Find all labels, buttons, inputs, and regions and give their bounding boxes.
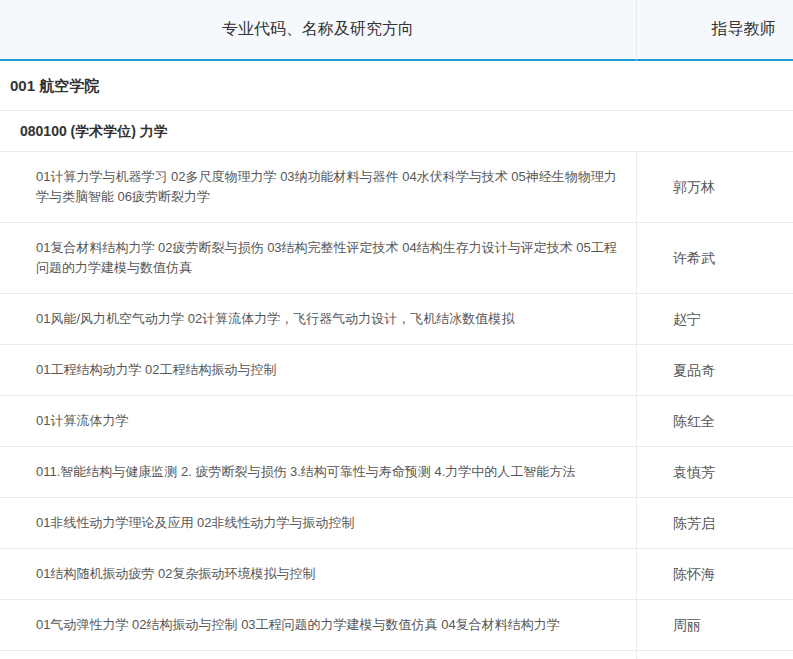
college-heading: 001 航空学院: [0, 61, 793, 111]
table-row: 01计算流体力学 陈红全: [0, 396, 793, 447]
table-row: 01结构随机振动疲劳 02复杂振动环境模拟与控制 陈怀海: [0, 549, 793, 600]
table-row: 01复合材料结构力学 02疲劳断裂与损伤 03结构完整性评定技术 04结构生存力…: [0, 223, 793, 294]
research-directions-cell: 01工程结构动力学 02工程结构振动与控制: [0, 345, 637, 396]
table-row-partial: [0, 651, 793, 659]
research-directions-cell: 01计算力学与机器学习 02多尺度物理力学 03纳功能材料与器件 04水伏科学与…: [0, 152, 637, 223]
research-directions-cell: 01风能/风力机空气动力学 02计算流体力学，飞行器气动力设计，飞机结冰数值模拟: [0, 294, 637, 345]
major-section-row: 080100 (学术学位) 力学: [0, 111, 793, 152]
teacher-name-cell: 陈红全: [637, 396, 793, 447]
table-row: 01工程结构动力学 02工程结构振动与控制 夏品奇: [0, 345, 793, 396]
research-directions-cell: [0, 651, 637, 659]
table-row: 01风能/风力机空气动力学 02计算流体力学，飞行器气动力设计，飞机结冰数值模拟…: [0, 294, 793, 345]
research-directions-cell: 011.智能结构与健康监测 2. 疲劳断裂与损伤 3.结构可靠性与寿命预测 4.…: [0, 447, 637, 498]
teacher-name-cell: [637, 651, 793, 659]
teacher-name-cell: 袁慎芳: [637, 447, 793, 498]
research-directions-cell: 01计算流体力学: [0, 396, 637, 447]
research-directions-cell: 01气动弹性力学 02结构振动与控制 03工程问题的力学建模与数值仿真 04复合…: [0, 600, 637, 651]
research-directions-cell: 01结构随机振动疲劳 02复杂振动环境模拟与控制: [0, 549, 637, 600]
major-heading: 080100 (学术学位) 力学: [0, 111, 793, 152]
research-directions-cell: 01非线性动力学理论及应用 02非线性动力学与振动控制: [0, 498, 637, 549]
table-row: 01计算力学与机器学习 02多尺度物理力学 03纳功能材料与器件 04水伏科学与…: [0, 152, 793, 223]
teacher-name-cell: 许希武: [637, 223, 793, 294]
teacher-name-cell: 赵宁: [637, 294, 793, 345]
table-row: 01非线性动力学理论及应用 02非线性动力学与振动控制 陈芳启: [0, 498, 793, 549]
research-directions-cell: 01复合材料结构力学 02疲劳断裂与损伤 03结构完整性评定技术 04结构生存力…: [0, 223, 637, 294]
teacher-name-cell: 陈怀海: [637, 549, 793, 600]
teacher-name-cell: 郭万林: [637, 152, 793, 223]
table-row: 011.智能结构与健康监测 2. 疲劳断裂与损伤 3.结构可靠性与寿命预测 4.…: [0, 447, 793, 498]
college-section-row: 001 航空学院: [0, 61, 793, 111]
header-row: 专业代码、名称及研究方向 指导教师: [0, 0, 793, 61]
table-row: 01气动弹性力学 02结构振动与控制 03工程问题的力学建模与数值仿真 04复合…: [0, 600, 793, 651]
admissions-catalog-page: 专业代码、名称及研究方向 指导教师 001 航空学院 080100 (学术学位)…: [0, 0, 793, 659]
catalog-table: 专业代码、名称及研究方向 指导教师 001 航空学院 080100 (学术学位)…: [0, 0, 793, 659]
table-body: 001 航空学院 080100 (学术学位) 力学 01计算力学与机器学习 02…: [0, 61, 793, 659]
teacher-name-cell: 夏品奇: [637, 345, 793, 396]
teacher-name-cell: 陈芳启: [637, 498, 793, 549]
column-header-directions: 专业代码、名称及研究方向: [0, 0, 637, 61]
teacher-name-cell: 周丽: [637, 600, 793, 651]
table-header: 专业代码、名称及研究方向 指导教师: [0, 0, 793, 61]
column-header-teacher: 指导教师: [637, 0, 793, 61]
